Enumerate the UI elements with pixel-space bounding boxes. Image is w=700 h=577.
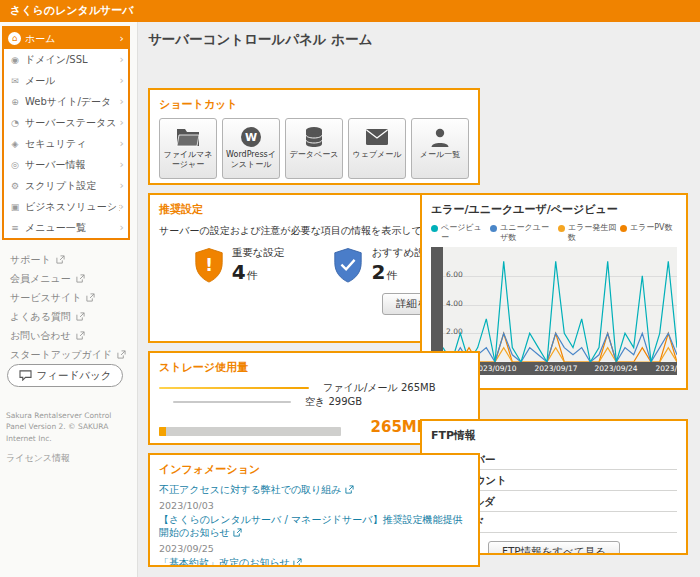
shortcut-buttons: ファイルマネージャー W WordPressインストール データベース ウェブメ… bbox=[159, 118, 469, 179]
info-link-text: 「基本約款」改定のお知らせ bbox=[159, 557, 290, 568]
person-icon bbox=[429, 124, 451, 150]
legend-item: エラー発生回数 bbox=[558, 223, 618, 243]
external-link-icon bbox=[76, 312, 85, 321]
app-title: さくらのレンタルサーバ bbox=[10, 4, 134, 17]
shortcut-wordpress-button[interactable]: W WordPressインストール bbox=[222, 118, 280, 179]
server-status-icon: ◔ bbox=[8, 118, 22, 128]
security-icon: ◈ bbox=[8, 139, 22, 149]
info-link-3[interactable]: 「基本約款」改定のお知らせ bbox=[159, 556, 469, 568]
important-settings-counter: ! 重要な設定 4件 bbox=[193, 246, 285, 284]
sidebar-link-label: スタートアップガイド bbox=[10, 348, 112, 362]
line-chart bbox=[443, 247, 677, 362]
sidebar-item-menu-list[interactable]: ≡ メニュー一覧 › bbox=[4, 217, 128, 238]
shortcut-label: WordPressインストール bbox=[224, 150, 278, 170]
copyright-text: Sakura Rentalserver Control Panel Versio… bbox=[6, 410, 128, 444]
panel-title-information: インフォメーション bbox=[159, 462, 469, 477]
sidebar-item-label: ドメイン/SSL bbox=[25, 53, 88, 67]
legend-dot-error-pv bbox=[620, 225, 627, 232]
sidebar-item-security[interactable]: ◈ セキュリティ › bbox=[4, 133, 128, 154]
info-link-1[interactable]: 不正アクセスに対する弊社での取り組み bbox=[159, 483, 469, 497]
chevron-right-icon: › bbox=[120, 158, 124, 171]
sidebar-link-startup-guide[interactable]: スタートアップガイド bbox=[0, 345, 138, 364]
sidebar-link-support[interactable]: サポート bbox=[0, 250, 138, 269]
used-label: ファイル/メール 265MB bbox=[323, 381, 436, 395]
sidebar-nav: ⌂ ホーム › ◉ ドメイン/SSL › ✉ メール › ⊕ Webサイト/デー… bbox=[2, 26, 130, 240]
server-info-icon: ◎ bbox=[8, 160, 22, 170]
x-tick-label: 2023/09/17 bbox=[534, 364, 577, 373]
svg-text:!: ! bbox=[205, 255, 213, 275]
sidebar-item-label: サーバー情報 bbox=[25, 158, 85, 172]
panel-title-storage: ストレージ使用量 bbox=[159, 360, 469, 375]
feedback-button[interactable]: フィードバック bbox=[7, 364, 123, 387]
shortcut-database-button[interactable]: データベース bbox=[285, 118, 343, 179]
home-icon: ⌂ bbox=[8, 32, 21, 45]
sidebar-item-domain-ssl[interactable]: ◉ ドメイン/SSL › bbox=[4, 49, 128, 70]
sidebar-item-label: ホーム bbox=[25, 32, 55, 46]
external-link-icon bbox=[76, 274, 85, 283]
website-data-icon: ⊕ bbox=[8, 97, 22, 107]
sidebar-item-home[interactable]: ⌂ ホーム › bbox=[4, 28, 128, 49]
important-settings-count: 4件 bbox=[232, 260, 285, 284]
sidebar-item-business-solution[interactable]: ▣ ビジネスソリューション › bbox=[4, 196, 128, 217]
shortcut-label: ファイルマネージャー bbox=[161, 150, 215, 170]
chart-legend: ページビュー ユニークユーザ数 エラー発生回数 エラーPV数 bbox=[431, 223, 677, 243]
sidebar-link-label: サポート bbox=[10, 253, 51, 267]
chevron-right-icon: › bbox=[120, 53, 124, 66]
folder-icon bbox=[175, 124, 201, 150]
menu-list-icon: ≡ bbox=[8, 223, 22, 233]
shield-suggested-icon bbox=[332, 247, 364, 284]
sidebar-link-member-menu[interactable]: 会員メニュー bbox=[0, 269, 138, 288]
sidebar-item-label: サーバーステータス bbox=[25, 116, 116, 130]
sidebar-item-label: ビジネスソリューション bbox=[25, 200, 120, 214]
sidebar-link-label: サービスサイト bbox=[10, 291, 81, 305]
shield-important-icon: ! bbox=[193, 247, 225, 284]
sidebar-item-label: セキュリティ bbox=[25, 137, 86, 151]
info-date-2: 2023/09/25 bbox=[159, 543, 469, 554]
shortcut-webmail-button[interactable]: ウェブメール bbox=[348, 118, 406, 179]
sidebar-item-label: スクリプト設定 bbox=[25, 179, 96, 193]
shortcut-file-manager-button[interactable]: ファイルマネージャー bbox=[159, 118, 217, 179]
chevron-right-icon: › bbox=[120, 32, 124, 45]
domain-ssl-icon: ◉ bbox=[8, 55, 22, 65]
sidebar-item-script-settings[interactable]: ⚙ スクリプト設定 › bbox=[4, 175, 128, 196]
important-settings-label: 重要な設定 bbox=[232, 246, 285, 260]
sidebar-item-label: メニュー一覧 bbox=[25, 221, 86, 235]
chevron-right-icon: › bbox=[120, 221, 124, 234]
storage-used-row: ファイル/メール 265MB bbox=[159, 381, 469, 395]
free-label: 空き 299GB bbox=[305, 395, 362, 409]
envelope-icon bbox=[365, 124, 389, 150]
ftp-show-all-button[interactable]: FTP情報をすべて見る bbox=[488, 541, 620, 555]
shortcut-mail-list-button[interactable]: メール一覧 bbox=[411, 118, 469, 179]
info-link-text: 不正アクセスに対する弊社での取り組み bbox=[159, 484, 342, 495]
sidebar-link-service-site[interactable]: サービスサイト bbox=[0, 288, 138, 307]
feedback-label: フィードバック bbox=[37, 369, 112, 383]
external-link-icon bbox=[233, 528, 242, 537]
page-title: サーバーコントロールパネル ホーム bbox=[148, 31, 373, 49]
sidebar-item-mail[interactable]: ✉ メール › bbox=[4, 70, 128, 91]
information-panel: インフォメーション 不正アクセスに対する弊社での取り組み 2023/10/03 … bbox=[148, 453, 480, 567]
license-link[interactable]: ライセンス情報 bbox=[6, 452, 70, 465]
database-icon bbox=[304, 124, 324, 150]
chevron-right-icon: › bbox=[120, 137, 124, 150]
sidebar: ⌂ ホーム › ◉ ドメイン/SSL › ✉ メール › ⊕ Webサイト/デー… bbox=[0, 22, 138, 577]
panel-title-chart: エラー/ユニークユーザ/ページビュー bbox=[431, 202, 677, 217]
external-link-icon bbox=[345, 485, 354, 494]
info-link-2[interactable]: 【さくらのレンタルサーバ / マネージドサーバ】推奨設定機能提供開始のお知らせ bbox=[159, 513, 469, 540]
panel-title-ftp: FTP情報 bbox=[431, 428, 677, 443]
chevron-right-icon: › bbox=[120, 95, 124, 108]
sidebar-item-website-data[interactable]: ⊕ Webサイト/データ › bbox=[4, 91, 128, 112]
shortcut-label: メール一覧 bbox=[420, 150, 460, 160]
sidebar-item-server-info[interactable]: ◎ サーバー情報 › bbox=[4, 154, 128, 175]
chevron-right-icon: › bbox=[120, 116, 124, 129]
panel-title-shortcuts: ショートカット bbox=[159, 97, 469, 112]
sidebar-item-server-status[interactable]: ◔ サーバーステータス › bbox=[4, 112, 128, 133]
business-solution-icon: ▣ bbox=[8, 202, 22, 212]
shortcut-label: データベース bbox=[290, 150, 339, 160]
mail-icon: ✉ bbox=[8, 76, 22, 86]
external-link-icon bbox=[86, 293, 95, 302]
sidebar-link-contact[interactable]: お問い合わせ bbox=[0, 326, 138, 345]
sidebar-link-faq[interactable]: よくある質問 bbox=[0, 307, 138, 326]
storage-gauge bbox=[159, 427, 341, 436]
shortcut-label: ウェブメール bbox=[353, 150, 402, 160]
shortcuts-panel: ショートカット ファイルマネージャー W WordPressインストール データ… bbox=[148, 88, 480, 185]
